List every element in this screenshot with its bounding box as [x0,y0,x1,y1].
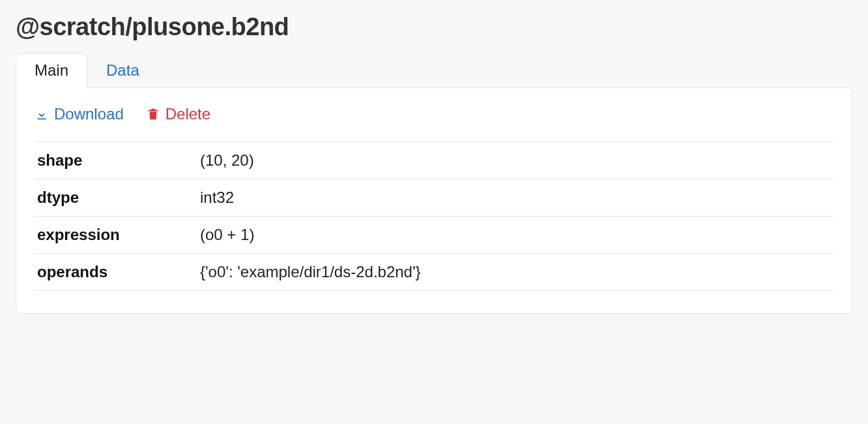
meta-key-dtype: dtype [35,179,197,217]
tabs: Main Data [16,53,852,88]
main-panel: Download Delete shape (10, 20) dtype int… [16,87,852,314]
tab-main[interactable]: Main [16,53,87,88]
meta-key-expression: expression [35,217,197,254]
table-row: dtype int32 [35,179,833,217]
table-row: shape (10, 20) [35,142,833,179]
table-row: operands {'o0': 'example/dir1/ds-2d.b2nd… [35,254,833,291]
meta-key-operands: operands [35,254,197,291]
download-button[interactable]: Download [35,105,124,123]
trash-icon [146,107,160,121]
meta-value-expression: (o0 + 1) [197,217,833,254]
action-bar: Download Delete [35,105,833,123]
download-icon [35,107,49,121]
delete-label: Delete [166,105,210,123]
meta-value-shape: (10, 20) [197,142,833,179]
metadata-table: shape (10, 20) dtype int32 expression (o… [35,142,833,291]
meta-value-dtype: int32 [197,179,833,217]
download-label: Download [54,105,124,123]
delete-button[interactable]: Delete [146,105,210,123]
tab-data[interactable]: Data [87,53,158,88]
page-title: @scratch/plusone.b2nd [16,13,852,41]
meta-key-shape: shape [35,142,197,179]
meta-value-operands: {'o0': 'example/dir1/ds-2d.b2nd'} [197,254,833,291]
table-row: expression (o0 + 1) [35,217,833,254]
